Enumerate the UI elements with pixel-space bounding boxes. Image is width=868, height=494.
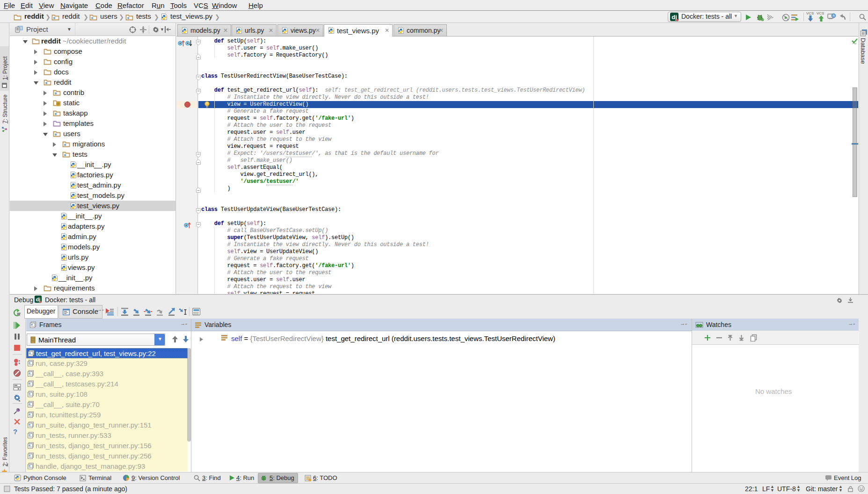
svg-text:dj: dj [36,297,41,302]
